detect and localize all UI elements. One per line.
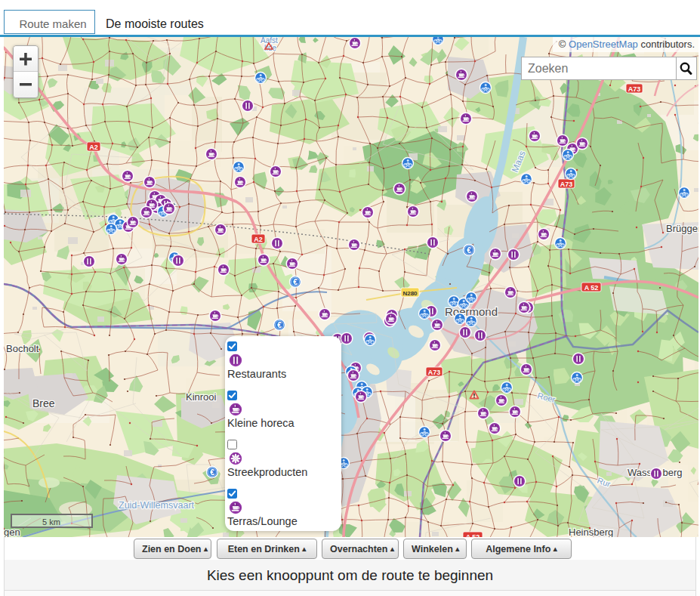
svg-text:A2: A2	[254, 236, 263, 243]
svg-text:Brüggen: Brüggen	[666, 223, 698, 234]
svg-text:gen: gen	[4, 527, 20, 537]
svg-text:Kinrooi: Kinrooi	[186, 391, 217, 403]
svg-text:A73: A73	[428, 369, 441, 376]
svg-text:Bocholt: Bocholt	[6, 343, 39, 354]
svg-text:N280: N280	[402, 290, 418, 297]
svg-text:Bree: Bree	[32, 397, 55, 409]
svg-text:Heinsberg: Heinsberg	[569, 527, 613, 537]
svg-text:A73: A73	[628, 85, 641, 93]
svg-text:5 km: 5 km	[42, 517, 60, 527]
svg-text:A 52: A 52	[584, 284, 599, 292]
svg-text:A73: A73	[560, 181, 573, 188]
svg-text:Zuid-Willemsvaart: Zuid-Willemsvaart	[119, 500, 195, 511]
svg-text:A2: A2	[89, 144, 98, 151]
